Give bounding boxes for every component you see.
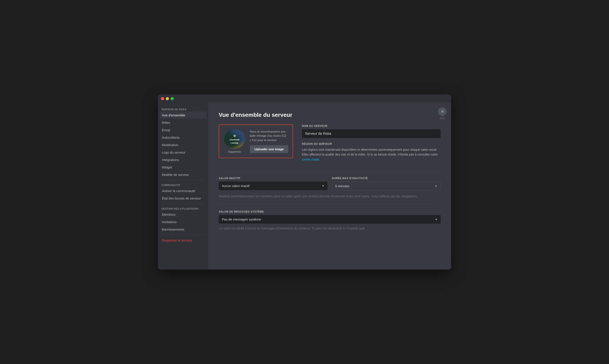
titlebar bbox=[158, 94, 451, 103]
sidebar-item-label: Invitations bbox=[162, 220, 177, 224]
icon-hint-text: Nous te recommandons une taille d'image … bbox=[250, 130, 288, 143]
salon-messages-select[interactable]: Pas de messages système ▼ bbox=[219, 215, 441, 223]
sidebar-item-label: Widget bbox=[162, 165, 172, 169]
icon-overlay-text-line2: L'ICÔNE bbox=[231, 142, 238, 144]
sidebar-item-label: Modération bbox=[162, 143, 178, 147]
traffic-lights bbox=[161, 97, 174, 100]
sidebar-item-label: Modèle de serveur bbox=[162, 173, 189, 177]
inactif-helper-text: Déplace automatiquement les membres dans… bbox=[219, 194, 441, 199]
sidebar-item-label: Supprimer le serveur bbox=[162, 238, 192, 242]
close-button[interactable]: ✕ bbox=[438, 107, 447, 116]
divider-3 bbox=[161, 235, 205, 235]
sidebar-item-label: Activer la communauté bbox=[162, 189, 195, 193]
main-content: ✕ ESC Vue d'ensemble du serveur ⊕ CHANGE… bbox=[208, 103, 451, 270]
sidebar-item-label: État des boosts de serveur bbox=[162, 196, 201, 200]
section-divider-2 bbox=[219, 204, 441, 204]
icon-overlay-text-line1: CHANGER bbox=[230, 139, 240, 141]
duree-max-select[interactable]: 5 minutes ▼ bbox=[332, 182, 441, 191]
sidebar-item-autocollants[interactable]: Autocollants bbox=[160, 134, 207, 141]
sidebar-item-label: Émoji bbox=[162, 128, 170, 132]
icon-hint-area: Nous te recommandons une taille d'image … bbox=[250, 130, 288, 153]
esc-label: ESC bbox=[440, 117, 445, 120]
communaute-section-label: COMMUNAUTÉ bbox=[160, 182, 207, 187]
salon-messages-helper: Ce salon est dédié à l'envoi de messages… bbox=[219, 226, 441, 231]
supprimer-label[interactable]: Supprimer bbox=[228, 150, 241, 153]
sidebar-item-label: Intégrations bbox=[162, 158, 179, 162]
sidebar-item-vue-densemble[interactable]: Vue d'ensemble bbox=[160, 112, 207, 119]
salon-inactif-value: Aucun salon Inactif bbox=[222, 184, 250, 188]
divider-1 bbox=[161, 180, 205, 180]
right-panel: NOM DU SERVEUR RÉGION DU SERVEUR Les rég… bbox=[302, 124, 441, 164]
region-description-text: Les régions sont maintenant disponibles … bbox=[302, 148, 438, 156]
sidebar-item-label: Vue d'ensemble bbox=[162, 113, 185, 117]
camera-icon: ⊕ bbox=[233, 134, 236, 138]
sidebar-item-activer-communaute[interactable]: Activer la communauté bbox=[160, 187, 207, 195]
server-name-input[interactable] bbox=[302, 129, 441, 138]
dropdown-arrow-icon: ▼ bbox=[322, 184, 324, 187]
salon-inactif-group: SALON INACTIF Aucun salon Inactif ▼ bbox=[219, 177, 327, 191]
sidebar-item-widget[interactable]: Widget bbox=[160, 164, 207, 171]
sidebar-item-bannissements[interactable]: Bannissements bbox=[160, 226, 207, 233]
region-description: Les régions sont maintenant disponibles … bbox=[302, 147, 441, 162]
sidebar-item-integrations[interactable]: Intégrations bbox=[160, 156, 207, 163]
dropdown-arrow-icon-2: ▼ bbox=[435, 185, 437, 188]
salon-inactif-label: SALON INACTIF bbox=[219, 177, 327, 180]
salon-messages-section: SALON DE MESSAGES SYSTÈME Pas de message… bbox=[219, 210, 441, 231]
app-window: SERVEUR DE ROKA Vue d'ensemble Rôles Émo… bbox=[158, 94, 451, 270]
server-icon-section: ⊕ CHANGER L'ICÔNE Supprimer Nous te reco… bbox=[219, 124, 293, 158]
sidebar-item-label: Bannissements bbox=[162, 228, 184, 231]
sidebar-item-supprimer-serveur[interactable]: Supprimer le serveur bbox=[160, 237, 207, 244]
sidebar: SERVEUR DE ROKA Vue d'ensemble Rôles Émo… bbox=[158, 103, 208, 270]
sidebar-item-roles[interactable]: Rôles bbox=[160, 119, 207, 126]
sidebar-item-label: Autocollants bbox=[162, 136, 180, 139]
sidebar-item-label: Logs du serveur bbox=[162, 151, 185, 154]
minimize-traffic-light[interactable] bbox=[166, 97, 169, 100]
dropdown-arrow-icon-3: ▼ bbox=[435, 218, 438, 221]
server-name-label: NOM DU SERVEUR bbox=[302, 124, 441, 128]
duree-max-group: DURÉE MAX D'INACTIVITÉ 5 minutes ▼ bbox=[332, 177, 441, 191]
maximize-traffic-light[interactable] bbox=[171, 97, 174, 100]
duree-max-value: 5 minutes bbox=[335, 184, 349, 188]
dropdowns-row-inactif: SALON INACTIF Aucun salon Inactif ▼ DURÉ… bbox=[219, 177, 441, 191]
sidebar-item-moderation[interactable]: Modération bbox=[160, 141, 207, 149]
centre-daide-link[interactable]: centre d'aide. bbox=[302, 158, 320, 161]
server-icon[interactable]: ⊕ CHANGER L'ICÔNE bbox=[224, 129, 245, 149]
sidebar-item-modele[interactable]: Modèle de serveur bbox=[160, 171, 207, 178]
server-section-label: SERVEUR DE ROKA bbox=[160, 106, 207, 112]
sidebar-item-label: Rôles bbox=[162, 121, 170, 124]
region-label: RÉGION DU SERVEUR bbox=[302, 143, 441, 145]
sidebar-item-label: Membres bbox=[162, 213, 176, 216]
sidebar-item-membres[interactable]: Membres bbox=[160, 211, 207, 218]
content-area: SERVEUR DE ROKA Vue d'ensemble Rôles Émo… bbox=[158, 103, 451, 270]
server-icon-overlay: ⊕ CHANGER L'ICÔNE bbox=[224, 129, 245, 149]
divider-2 bbox=[161, 204, 205, 204]
sidebar-item-invitations[interactable]: Invitations bbox=[160, 218, 207, 225]
duree-max-label: DURÉE MAX D'INACTIVITÉ bbox=[332, 177, 441, 180]
salon-inactif-select[interactable]: Aucun salon Inactif ▼ bbox=[219, 182, 327, 190]
sidebar-item-emoji[interactable]: Émoji bbox=[160, 126, 207, 134]
upload-button[interactable]: Uploader une image bbox=[250, 145, 288, 153]
sidebar-item-boosts[interactable]: État des boosts de serveur bbox=[160, 195, 207, 202]
salon-messages-value: Pas de messages système bbox=[222, 217, 261, 221]
gestion-section-label: GESTION DES UTILISATEURS bbox=[160, 206, 207, 211]
section-divider-1 bbox=[219, 171, 441, 171]
top-row: ⊕ CHANGER L'ICÔNE Supprimer Nous te reco… bbox=[219, 124, 441, 164]
server-icon-container: ⊕ CHANGER L'ICÔNE Supprimer bbox=[224, 129, 246, 153]
page-title: Vue d'ensemble du serveur bbox=[219, 112, 441, 118]
close-traffic-light[interactable] bbox=[161, 97, 164, 100]
sidebar-item-logs[interactable]: Logs du serveur bbox=[160, 149, 207, 156]
salon-messages-label: SALON DE MESSAGES SYSTÈME bbox=[219, 210, 441, 213]
